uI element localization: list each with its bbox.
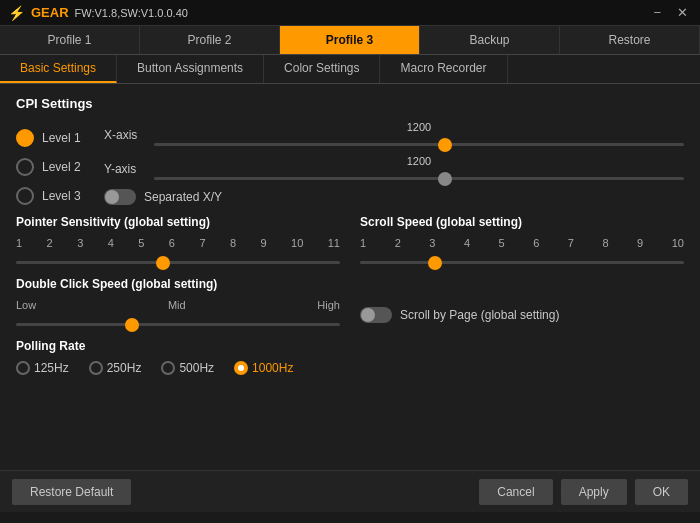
pointer-sensitivity-slider[interactable] xyxy=(16,261,340,264)
ss-num-5: 5 xyxy=(499,237,505,249)
double-click-slider[interactable] xyxy=(16,323,340,326)
polling-options: 125Hz 250Hz 500Hz 1000Hz xyxy=(16,361,684,375)
separated-xy-row: Separated X/Y xyxy=(104,189,684,205)
low-label: Low xyxy=(16,299,36,311)
polling-500hz-radio[interactable] xyxy=(161,361,175,375)
scroll-by-page-section: Scroll by Page (global setting) xyxy=(360,277,684,329)
profile-tab-3[interactable]: Profile 3 xyxy=(280,26,420,54)
x-axis-row: X-axis 1200 xyxy=(104,121,684,149)
polling-500hz[interactable]: 500Hz xyxy=(161,361,214,375)
polling-250hz[interactable]: 250Hz xyxy=(89,361,142,375)
cpi-level-3-indicator[interactable] xyxy=(16,187,34,205)
ps-num-2: 2 xyxy=(47,237,53,249)
restore-default-button[interactable]: Restore Default xyxy=(12,479,131,505)
polling-1000hz-radio[interactable] xyxy=(234,361,248,375)
title-bar-left: ⚡ GEAR FW:V1.8,SW:V1.0.0.40 xyxy=(8,5,188,21)
minimize-button[interactable]: − xyxy=(649,5,665,20)
polling-125hz-radio[interactable] xyxy=(16,361,30,375)
ps-num-8: 8 xyxy=(230,237,236,249)
profile-tab-restore[interactable]: Restore xyxy=(560,26,700,54)
pointer-sensitivity-section: Pointer Sensitivity (global setting) 1 2… xyxy=(16,215,340,267)
cpi-level-1-label: Level 1 xyxy=(42,131,92,145)
ss-num-1: 1 xyxy=(360,237,366,249)
scroll-speed-slider[interactable] xyxy=(360,261,684,264)
logo-icon: ⚡ xyxy=(8,5,25,21)
window-controls: − ✕ xyxy=(649,5,692,20)
profile-tab-2[interactable]: Profile 2 xyxy=(140,26,280,54)
scroll-speed-section: Scroll Speed (global setting) 1 2 3 4 5 … xyxy=(360,215,684,267)
low-mid-high-labels: Low Mid High xyxy=(16,299,340,311)
x-axis-value: 1200 xyxy=(154,121,684,133)
fw-version: FW:V1.8,SW:V1.0.0.40 xyxy=(75,7,188,19)
ps-num-1: 1 xyxy=(16,237,22,249)
polling-rate-section: Polling Rate 125Hz 250Hz 500Hz 1000Hz xyxy=(16,339,684,375)
ps-num-4: 4 xyxy=(108,237,114,249)
polling-250hz-label: 250Hz xyxy=(107,361,142,375)
scroll-by-page-label: Scroll by Page (global setting) xyxy=(400,308,559,322)
ps-num-6: 6 xyxy=(169,237,175,249)
cpi-level-2-indicator[interactable] xyxy=(16,158,34,176)
polling-1000hz-label: 1000Hz xyxy=(252,361,293,375)
sub-tabs: Basic Settings Button Assignments Color … xyxy=(0,55,700,84)
profile-tab-backup[interactable]: Backup xyxy=(420,26,560,54)
x-axis-slider[interactable] xyxy=(154,143,684,146)
ss-num-10: 10 xyxy=(672,237,684,249)
profile-tab-1[interactable]: Profile 1 xyxy=(0,26,140,54)
profile-tabs: Profile 1 Profile 2 Profile 3 Backup Res… xyxy=(0,26,700,55)
ps-num-3: 3 xyxy=(77,237,83,249)
toggle-knob xyxy=(105,190,119,204)
ps-num-10: 10 xyxy=(291,237,303,249)
cpi-section-title: CPI Settings xyxy=(16,96,684,111)
double-click-speed-section: Double Click Speed (global setting) Low … xyxy=(16,277,340,329)
scroll-by-page-row: Scroll by Page (global setting) xyxy=(360,307,684,323)
scroll-numbers-row: 1 2 3 4 5 6 7 8 9 10 xyxy=(360,237,684,249)
brand-name: GEAR xyxy=(31,5,69,20)
polling-250hz-radio[interactable] xyxy=(89,361,103,375)
dclick-scroll-row: Double Click Speed (global setting) Low … xyxy=(16,277,684,329)
cpi-level-3-label: Level 3 xyxy=(42,189,92,203)
polling-500hz-label: 500Hz xyxy=(179,361,214,375)
ps-num-9: 9 xyxy=(261,237,267,249)
ss-num-3: 3 xyxy=(429,237,435,249)
ok-button[interactable]: OK xyxy=(635,479,688,505)
separated-xy-toggle[interactable] xyxy=(104,189,136,205)
y-axis-row: Y-axis 1200 xyxy=(104,155,684,183)
scroll-by-page-toggle[interactable] xyxy=(360,307,392,323)
ss-num-9: 9 xyxy=(637,237,643,249)
polling-125hz[interactable]: 125Hz xyxy=(16,361,69,375)
ps-num-5: 5 xyxy=(138,237,144,249)
polling-1000hz[interactable]: 1000Hz xyxy=(234,361,293,375)
close-button[interactable]: ✕ xyxy=(673,5,692,20)
main-content: CPI Settings Level 1 Level 2 Level 3 xyxy=(0,84,700,470)
double-click-title: Double Click Speed (global setting) xyxy=(16,277,340,291)
ss-num-8: 8 xyxy=(602,237,608,249)
cpi-level-1-indicator[interactable] xyxy=(16,129,34,147)
ss-num-4: 4 xyxy=(464,237,470,249)
tab-button-assignments[interactable]: Button Assignments xyxy=(117,55,264,83)
polling-rate-title: Polling Rate xyxy=(16,339,684,353)
ps-num-11: 11 xyxy=(328,237,340,249)
cancel-button[interactable]: Cancel xyxy=(479,479,552,505)
y-axis-slider[interactable] xyxy=(154,177,684,180)
polling-125hz-label: 125Hz xyxy=(34,361,69,375)
bottom-bar: Restore Default Cancel Apply OK xyxy=(0,470,700,512)
ps-num-7: 7 xyxy=(199,237,205,249)
title-bar: ⚡ GEAR FW:V1.8,SW:V1.0.0.40 − ✕ xyxy=(0,0,700,26)
tab-basic-settings[interactable]: Basic Settings xyxy=(0,55,117,83)
y-axis-value: 1200 xyxy=(154,155,684,167)
tab-color-settings[interactable]: Color Settings xyxy=(264,55,380,83)
separated-xy-label: Separated X/Y xyxy=(144,190,222,204)
ss-num-7: 7 xyxy=(568,237,574,249)
cpi-settings-section: CPI Settings Level 1 Level 2 Level 3 xyxy=(16,96,684,205)
x-axis-label: X-axis xyxy=(104,128,154,142)
apply-button[interactable]: Apply xyxy=(561,479,627,505)
ss-num-2: 2 xyxy=(395,237,401,249)
ss-num-6: 6 xyxy=(533,237,539,249)
pointer-sensitivity-title: Pointer Sensitivity (global setting) xyxy=(16,215,340,229)
tab-macro-recorder[interactable]: Macro Recorder xyxy=(380,55,507,83)
scroll-speed-title: Scroll Speed (global setting) xyxy=(360,215,684,229)
action-buttons: Cancel Apply OK xyxy=(479,479,688,505)
scroll-by-page-knob xyxy=(361,308,375,322)
mid-label: Mid xyxy=(168,299,186,311)
high-label: High xyxy=(317,299,340,311)
